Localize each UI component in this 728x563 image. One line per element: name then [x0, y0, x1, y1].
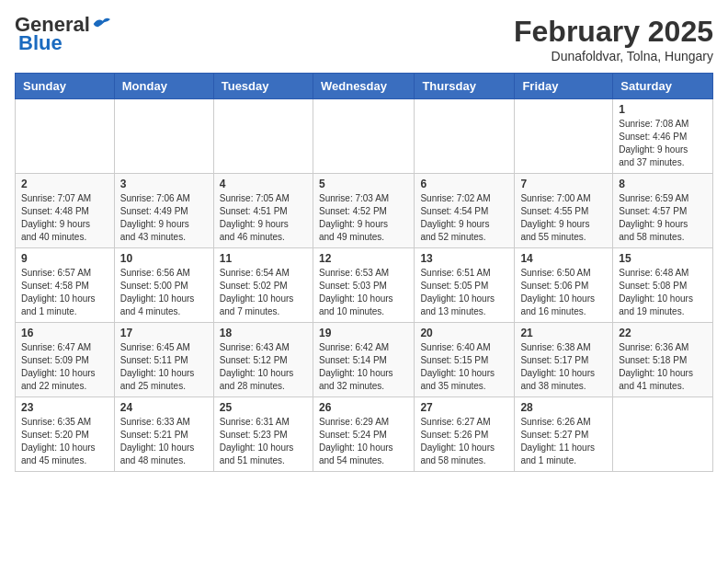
- day-number: 1: [619, 103, 707, 116]
- day-info: Sunrise: 6:47 AM Sunset: 5:09 PM Dayligh…: [21, 341, 108, 393]
- calendar-cell: 1Sunrise: 7:08 AM Sunset: 4:46 PM Daylig…: [613, 99, 713, 174]
- calendar-cell: 11Sunrise: 6:54 AM Sunset: 5:02 PM Dayli…: [213, 248, 313, 323]
- calendar-week-row: 23Sunrise: 6:35 AM Sunset: 5:20 PM Dayli…: [16, 397, 713, 472]
- day-info: Sunrise: 6:56 AM Sunset: 5:00 PM Dayligh…: [120, 267, 208, 318]
- calendar-cell: [613, 397, 713, 472]
- day-info: Sunrise: 6:57 AM Sunset: 4:58 PM Dayligh…: [21, 267, 108, 318]
- calendar-week-row: 9Sunrise: 6:57 AM Sunset: 4:58 PM Daylig…: [16, 248, 713, 323]
- day-info: Sunrise: 7:05 AM Sunset: 4:51 PM Dayligh…: [220, 192, 307, 244]
- calendar-cell: 12Sunrise: 6:53 AM Sunset: 5:03 PM Dayli…: [313, 248, 414, 323]
- calendar-cell: 17Sunrise: 6:45 AM Sunset: 5:11 PM Dayli…: [114, 323, 213, 397]
- day-number: 19: [319, 327, 408, 339]
- weekday-header-thursday: Thursday: [415, 74, 515, 99]
- calendar-cell: 13Sunrise: 6:51 AM Sunset: 5:05 PM Dayli…: [415, 248, 515, 323]
- calendar-cell: 19Sunrise: 6:42 AM Sunset: 5:14 PM Dayli…: [313, 323, 414, 397]
- calendar-cell: 5Sunrise: 7:03 AM Sunset: 4:52 PM Daylig…: [313, 174, 414, 248]
- weekday-header-friday: Friday: [515, 74, 613, 99]
- title-area: February 2025 Dunafoldvar, Tolna, Hungar…: [514, 15, 713, 63]
- day-info: Sunrise: 6:31 AM Sunset: 5:23 PM Dayligh…: [220, 416, 307, 467]
- weekday-header-monday: Monday: [114, 74, 213, 99]
- calendar-cell: 7Sunrise: 7:00 AM Sunset: 4:55 PM Daylig…: [515, 174, 613, 248]
- calendar-cell: [415, 99, 515, 174]
- calendar-cell: 16Sunrise: 6:47 AM Sunset: 5:09 PM Dayli…: [16, 323, 115, 397]
- day-number: 11: [220, 252, 307, 265]
- day-number: 20: [420, 327, 508, 339]
- day-number: 22: [619, 327, 707, 339]
- day-number: 28: [520, 401, 607, 414]
- day-info: Sunrise: 6:59 AM Sunset: 4:57 PM Dayligh…: [619, 192, 707, 244]
- day-info: Sunrise: 6:27 AM Sunset: 5:26 PM Dayligh…: [420, 416, 508, 467]
- calendar-cell: [515, 99, 613, 174]
- calendar-header-row: SundayMondayTuesdayWednesdayThursdayFrid…: [16, 74, 713, 99]
- calendar-cell: 2Sunrise: 7:07 AM Sunset: 4:48 PM Daylig…: [16, 174, 115, 248]
- day-info: Sunrise: 6:50 AM Sunset: 5:06 PM Dayligh…: [520, 267, 607, 318]
- calendar-cell: 14Sunrise: 6:50 AM Sunset: 5:06 PM Dayli…: [515, 248, 613, 323]
- weekday-header-tuesday: Tuesday: [213, 74, 313, 99]
- day-number: 17: [120, 327, 208, 339]
- day-number: 6: [420, 178, 508, 190]
- day-info: Sunrise: 7:08 AM Sunset: 4:46 PM Dayligh…: [619, 118, 707, 169]
- calendar-cell: 20Sunrise: 6:40 AM Sunset: 5:15 PM Dayli…: [415, 323, 515, 397]
- day-number: 15: [619, 252, 707, 265]
- day-number: 18: [220, 327, 307, 339]
- day-number: 24: [120, 401, 208, 414]
- calendar-cell: 4Sunrise: 7:05 AM Sunset: 4:51 PM Daylig…: [213, 174, 313, 248]
- page-header: General Blue February 2025 Dunafoldvar, …: [15, 15, 713, 63]
- day-number: 21: [520, 327, 607, 339]
- day-info: Sunrise: 6:53 AM Sunset: 5:03 PM Dayligh…: [319, 267, 408, 318]
- calendar-cell: 8Sunrise: 6:59 AM Sunset: 4:57 PM Daylig…: [613, 174, 713, 248]
- calendar-week-row: 2Sunrise: 7:07 AM Sunset: 4:48 PM Daylig…: [16, 174, 713, 248]
- logo-blue-text: Blue: [15, 33, 63, 53]
- day-info: Sunrise: 7:03 AM Sunset: 4:52 PM Dayligh…: [319, 192, 408, 244]
- day-number: 8: [619, 178, 707, 190]
- day-number: 13: [420, 252, 508, 265]
- logo: General Blue: [15, 15, 110, 53]
- calendar-cell: 9Sunrise: 6:57 AM Sunset: 4:58 PM Daylig…: [16, 248, 115, 323]
- day-number: 12: [319, 252, 408, 265]
- calendar-cell: 18Sunrise: 6:43 AM Sunset: 5:12 PM Dayli…: [213, 323, 313, 397]
- logo-bird-icon: [92, 15, 110, 33]
- calendar-cell: 10Sunrise: 6:56 AM Sunset: 5:00 PM Dayli…: [114, 248, 213, 323]
- day-info: Sunrise: 6:38 AM Sunset: 5:17 PM Dayligh…: [520, 341, 607, 393]
- day-info: Sunrise: 6:54 AM Sunset: 5:02 PM Dayligh…: [220, 267, 307, 318]
- day-number: 16: [21, 327, 108, 339]
- calendar-cell: [114, 99, 213, 174]
- weekday-header-sunday: Sunday: [16, 74, 115, 99]
- day-info: Sunrise: 6:35 AM Sunset: 5:20 PM Dayligh…: [21, 416, 108, 467]
- calendar-table: SundayMondayTuesdayWednesdayThursdayFrid…: [15, 73, 713, 472]
- calendar-cell: 23Sunrise: 6:35 AM Sunset: 5:20 PM Dayli…: [16, 397, 115, 472]
- calendar-cell: [213, 99, 313, 174]
- day-number: 27: [420, 401, 508, 414]
- day-number: 4: [220, 178, 307, 190]
- calendar-cell: 6Sunrise: 7:02 AM Sunset: 4:54 PM Daylig…: [415, 174, 515, 248]
- day-info: Sunrise: 7:07 AM Sunset: 4:48 PM Dayligh…: [21, 192, 108, 244]
- day-number: 26: [319, 401, 408, 414]
- calendar-cell: 24Sunrise: 6:33 AM Sunset: 5:21 PM Dayli…: [114, 397, 213, 472]
- weekday-header-saturday: Saturday: [613, 74, 713, 99]
- day-info: Sunrise: 7:00 AM Sunset: 4:55 PM Dayligh…: [520, 192, 607, 244]
- day-number: 3: [120, 178, 208, 190]
- day-info: Sunrise: 6:29 AM Sunset: 5:24 PM Dayligh…: [319, 416, 408, 467]
- day-info: Sunrise: 7:02 AM Sunset: 4:54 PM Dayligh…: [420, 192, 508, 244]
- calendar-cell: 28Sunrise: 6:26 AM Sunset: 5:27 PM Dayli…: [515, 397, 613, 472]
- day-info: Sunrise: 6:43 AM Sunset: 5:12 PM Dayligh…: [220, 341, 307, 393]
- day-info: Sunrise: 6:45 AM Sunset: 5:11 PM Dayligh…: [120, 341, 208, 393]
- day-number: 2: [21, 178, 108, 190]
- day-info: Sunrise: 6:51 AM Sunset: 5:05 PM Dayligh…: [420, 267, 508, 318]
- calendar-cell: 15Sunrise: 6:48 AM Sunset: 5:08 PM Dayli…: [613, 248, 713, 323]
- day-info: Sunrise: 7:06 AM Sunset: 4:49 PM Dayligh…: [120, 192, 208, 244]
- day-info: Sunrise: 6:48 AM Sunset: 5:08 PM Dayligh…: [619, 267, 707, 318]
- day-info: Sunrise: 6:40 AM Sunset: 5:15 PM Dayligh…: [420, 341, 508, 393]
- calendar-cell: [313, 99, 414, 174]
- calendar-cell: 3Sunrise: 7:06 AM Sunset: 4:49 PM Daylig…: [114, 174, 213, 248]
- calendar-week-row: 1Sunrise: 7:08 AM Sunset: 4:46 PM Daylig…: [16, 99, 713, 174]
- calendar-cell: 22Sunrise: 6:36 AM Sunset: 5:18 PM Dayli…: [613, 323, 713, 397]
- weekday-header-wednesday: Wednesday: [313, 74, 414, 99]
- day-number: 5: [319, 178, 408, 190]
- day-number: 10: [120, 252, 208, 265]
- day-number: 7: [520, 178, 607, 190]
- day-number: 23: [21, 401, 108, 414]
- day-info: Sunrise: 6:42 AM Sunset: 5:14 PM Dayligh…: [319, 341, 408, 393]
- day-number: 9: [21, 252, 108, 265]
- calendar-cell: 26Sunrise: 6:29 AM Sunset: 5:24 PM Dayli…: [313, 397, 414, 472]
